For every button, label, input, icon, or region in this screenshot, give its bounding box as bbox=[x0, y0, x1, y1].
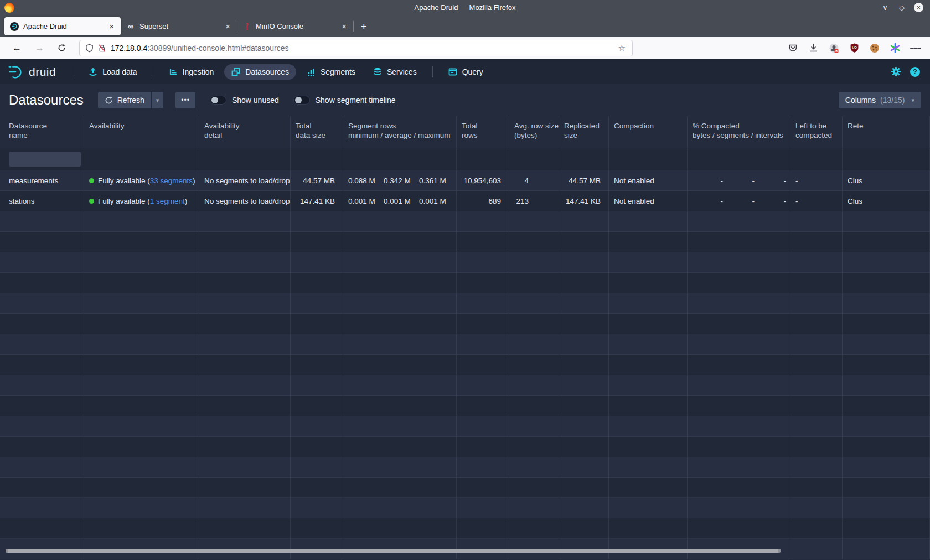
empty-cell bbox=[291, 314, 343, 334]
settings-gear-icon[interactable] bbox=[891, 66, 901, 77]
tab-minio-console[interactable]: MinIO Console × bbox=[237, 17, 353, 35]
new-tab-button[interactable]: + bbox=[361, 21, 367, 33]
downloads-icon[interactable] bbox=[808, 43, 819, 54]
col-header-pct-compacted[interactable]: % Compactedbytes / segments / intervals bbox=[688, 116, 790, 148]
page-title: Datasources bbox=[9, 92, 84, 108]
table-empty-row bbox=[0, 232, 930, 252]
show-unused-toggle-group: Show unused bbox=[210, 96, 279, 105]
col-header-datasource-name[interactable]: Datasourcename bbox=[0, 116, 84, 148]
availability-text: ) bbox=[185, 197, 188, 205]
empty-cell bbox=[199, 252, 291, 272]
col-header-availability[interactable]: Availability bbox=[84, 116, 199, 148]
extension-disabled-icon[interactable] bbox=[828, 43, 839, 54]
nav-item-query[interactable]: Query bbox=[441, 64, 490, 80]
empty-cell bbox=[0, 334, 84, 354]
window-minimize-icon[interactable]: ∨ bbox=[881, 3, 890, 12]
tab-close-icon[interactable]: × bbox=[340, 22, 348, 31]
col-header-compaction[interactable]: Compaction bbox=[609, 116, 688, 148]
help-icon[interactable]: ? bbox=[910, 67, 920, 77]
col-header-left-to-be-compacted[interactable]: Left to becompacted bbox=[790, 116, 843, 148]
datasource-name-cell[interactable]: measurements bbox=[0, 170, 84, 190]
empty-cell bbox=[790, 211, 843, 231]
datasource-name-filter-input[interactable] bbox=[9, 152, 81, 167]
col-header-avg-row-size[interactable]: Avg. row size(bytes) bbox=[509, 116, 559, 148]
empty-cell bbox=[843, 518, 930, 538]
reload-button[interactable] bbox=[51, 44, 73, 52]
empty-cell bbox=[199, 498, 291, 518]
shield-icon[interactable] bbox=[85, 44, 94, 53]
empty-cell bbox=[559, 498, 609, 518]
bookmark-star-icon[interactable]: ☆ bbox=[617, 43, 627, 53]
empty-cell bbox=[84, 334, 199, 354]
show-segment-timeline-toggle[interactable] bbox=[293, 96, 310, 105]
refresh-interval-caret-button[interactable]: ▾ bbox=[152, 92, 164, 108]
nav-item-load-data[interactable]: Load data bbox=[81, 64, 144, 80]
nav-item-ingestion[interactable]: Ingestion bbox=[162, 64, 221, 80]
window-close-icon[interactable]: × bbox=[914, 3, 923, 12]
empty-cell bbox=[843, 355, 930, 375]
empty-cell bbox=[343, 293, 457, 313]
availability-detail-cell: No segments to load/drop bbox=[199, 191, 291, 211]
datasource-name-cell[interactable]: stations bbox=[0, 191, 84, 211]
segments-link[interactable]: 33 segments bbox=[150, 177, 193, 185]
refresh-button[interactable]: Refresh bbox=[98, 92, 151, 108]
nav-item-label: Services bbox=[387, 68, 417, 76]
tab-close-icon[interactable]: × bbox=[108, 22, 115, 31]
columns-selector-button[interactable]: Columns (13/15) ▾ bbox=[839, 92, 921, 108]
tab-close-icon[interactable]: × bbox=[224, 22, 231, 31]
retention-cell: Clus bbox=[843, 170, 930, 190]
empty-cell bbox=[457, 375, 509, 395]
empty-cell bbox=[509, 457, 559, 477]
empty-cell bbox=[559, 211, 609, 231]
empty-cell bbox=[291, 293, 343, 313]
filter-cell bbox=[790, 148, 843, 170]
total-data-size-cell: 44.57 MB bbox=[291, 170, 343, 190]
empty-cell bbox=[199, 334, 291, 354]
druid-logo[interactable]: druid bbox=[8, 64, 56, 80]
window-maximize-icon[interactable]: ◇ bbox=[897, 3, 906, 12]
pocket-icon[interactable] bbox=[787, 43, 798, 54]
menu-hamburger-icon[interactable] bbox=[910, 43, 921, 54]
url-path: :30899/unified-console.html#datasources bbox=[147, 44, 288, 53]
empty-cell bbox=[688, 437, 790, 457]
empty-cell bbox=[199, 273, 291, 293]
col-header-segment-rows[interactable]: Segment rowsminimum / average / maximum bbox=[343, 116, 457, 148]
more-actions-button[interactable]: ••• bbox=[175, 92, 195, 108]
col-header-availability-detail[interactable]: Availabilitydetail bbox=[199, 116, 291, 148]
empty-cell bbox=[790, 416, 843, 436]
cookie-icon[interactable] bbox=[869, 43, 880, 54]
url-bar-input[interactable]: 172.18.0.4:30899/unified-console.html#da… bbox=[79, 40, 633, 56]
nav-item-datasources[interactable]: Datasources bbox=[224, 64, 296, 80]
col-header-retention[interactable]: Rete bbox=[843, 116, 930, 148]
ublock-origin-icon[interactable]: UO bbox=[849, 43, 860, 54]
forward-button[interactable]: → bbox=[28, 43, 51, 54]
empty-cell bbox=[559, 293, 609, 313]
colorful-asterisk-extension-icon[interactable] bbox=[890, 43, 901, 54]
filter-cell bbox=[199, 148, 291, 170]
col-header-total-data-size[interactable]: Totaldata size bbox=[291, 116, 343, 148]
empty-cell bbox=[343, 478, 457, 497]
retention-cell: Clus bbox=[843, 191, 930, 211]
segments-link[interactable]: 1 segment bbox=[150, 197, 185, 205]
empty-cell bbox=[343, 232, 457, 252]
empty-cell bbox=[688, 252, 790, 272]
empty-cell bbox=[790, 539, 843, 559]
nav-item-segments[interactable]: Segments bbox=[299, 64, 363, 80]
nav-item-services[interactable]: Services bbox=[366, 64, 424, 80]
horizontal-scrollbar-thumb[interactable] bbox=[6, 549, 781, 553]
empty-cell bbox=[0, 498, 84, 518]
tab-superset[interactable]: ∞ Superset × bbox=[121, 17, 237, 35]
insecure-lock-icon[interactable] bbox=[98, 44, 106, 53]
empty-cell bbox=[84, 293, 199, 313]
datasource-name[interactable]: stations bbox=[9, 197, 35, 205]
back-button[interactable]: ← bbox=[6, 43, 28, 54]
tab-apache-druid[interactable]: Apache Druid × bbox=[4, 17, 121, 35]
window-title: Apache Druid — Mozilla Firefox bbox=[0, 3, 930, 12]
empty-cell bbox=[343, 252, 457, 272]
col-header-replicated-size[interactable]: Replicatedsize bbox=[559, 116, 609, 148]
show-unused-toggle[interactable] bbox=[210, 96, 226, 105]
empty-cell bbox=[343, 437, 457, 457]
datasource-name[interactable]: measurements bbox=[9, 177, 58, 185]
toggle-knob bbox=[211, 97, 218, 103]
col-header-total-rows[interactable]: Totalrows bbox=[457, 116, 509, 148]
